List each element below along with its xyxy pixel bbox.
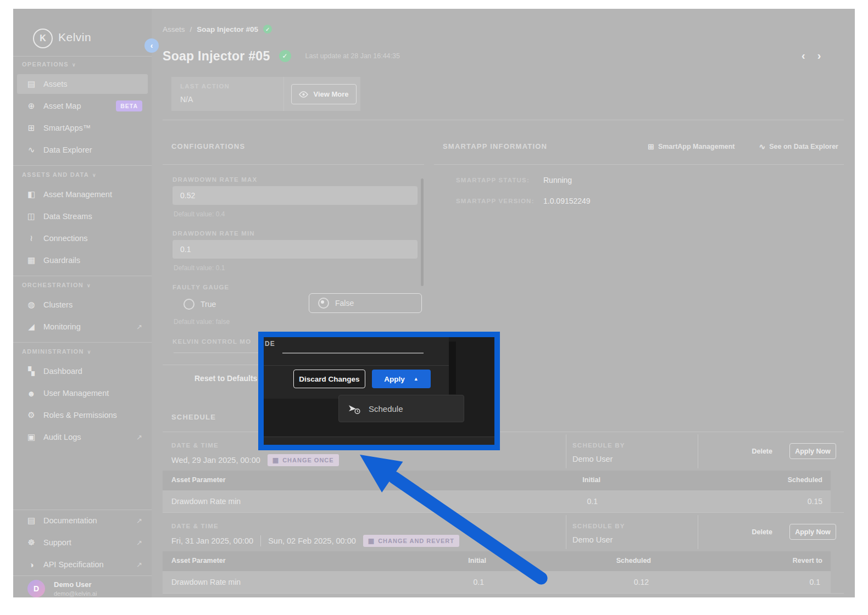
col-initial: Initial <box>468 557 486 564</box>
divider <box>283 77 284 111</box>
faulty-gauge-option-false[interactable]: False <box>309 293 422 313</box>
clusters-icon: ◍ <box>26 300 36 310</box>
schedule-entry-2: DATE & TIME Fri, 31 Jan 2025, 00:00 Sun,… <box>163 513 844 551</box>
kelvin-control-mode-label: KELVIN CONTROL MO <box>173 338 251 345</box>
date-time-label: DATE & TIME <box>171 442 219 449</box>
sidebar-item-clusters[interactable]: ◍ Clusters <box>17 295 148 315</box>
sidebar-item-user-management[interactable]: ☻ User Management <box>17 383 148 403</box>
page-title: Soap Injector #05 <box>163 49 270 64</box>
sidebar-item-roles-permissions[interactable]: ⚙ Roles & Permissions <box>17 405 148 425</box>
panel-fragment <box>264 337 449 399</box>
discard-changes-button[interactable]: Discard Changes <box>293 370 365 388</box>
document-icon: ▤ <box>26 516 36 525</box>
external-link-icon: ↗ <box>136 561 142 569</box>
smartapp-management-link[interactable]: ⊞SmartApp Management <box>648 142 735 151</box>
monitoring-icon: ◢ <box>26 322 36 332</box>
divider <box>698 434 698 468</box>
kelvin-logo-text: Kelvin <box>58 31 91 44</box>
radio-selected-icon <box>318 298 329 309</box>
view-more-button[interactable]: View More <box>291 84 357 104</box>
prev-asset-button[interactable]: ‹ <box>802 49 805 62</box>
sidebar-section-administration[interactable]: ADMINISTRATION∨ <box>22 348 92 355</box>
chevron-down-icon: ∨ <box>92 172 97 178</box>
asset-online-check-icon: ✓ <box>279 50 291 62</box>
schedule-by-value: Demo User <box>572 455 613 463</box>
kelvin-logo-letter: K <box>40 33 46 43</box>
apply-menu-item-schedule[interactable]: Schedule <box>338 395 464 422</box>
lifebuoy-icon: ☸ <box>26 538 36 547</box>
smartapp-status-label: SMARTAPP STATUS: <box>456 177 530 183</box>
col-scheduled: Scheduled <box>616 557 651 564</box>
kelvin-control-mode-underline <box>174 353 258 353</box>
user-name: Demo User <box>54 580 92 589</box>
sidebar-divider <box>13 276 152 276</box>
breadcrumb-current[interactable]: Soap Injector #05 <box>197 25 258 33</box>
chevron-left-icon: ‹ <box>151 41 153 50</box>
sidebar-item-support[interactable]: ☸ Support ↗ <box>17 533 148 552</box>
pulse-icon: ∿ <box>759 142 766 151</box>
cell-revert: 0.1 <box>810 578 820 586</box>
sidebar-item-data-streams[interactable]: ◫ Data Streams <box>17 206 148 226</box>
configurations-title: CONFIGURATIONS <box>171 142 245 150</box>
chevron-down-icon: ∨ <box>87 349 92 355</box>
divider <box>566 515 566 549</box>
faulty-gauge-option-true[interactable]: True <box>183 294 216 314</box>
user-profile[interactable]: D Demo User demo@kelvin.ai <box>13 580 152 597</box>
see-on-data-explorer-link[interactable]: ∿See on Data Explorer <box>759 142 838 151</box>
faulty-gauge-label: FAULTY GAUGE <box>173 284 229 290</box>
apply-now-button[interactable]: Apply Now <box>789 443 836 459</box>
sidebar-item-connections[interactable]: ≀ Connections <box>17 228 148 248</box>
scheduled-date-start: Fri, 31 Jan 2025, 00:00 <box>171 536 253 545</box>
sidebar-item-dashboard[interactable]: ▚ Dashboard <box>17 361 148 381</box>
smartapp-version-label: SMARTAPP VERSION: <box>456 198 535 204</box>
drawdown-rate-max-input[interactable]: 0.52 <box>173 186 418 205</box>
calendar-icon: ▦ <box>272 456 279 464</box>
kelvin-control-mode-label-fragment: DE <box>265 340 275 348</box>
breadcrumb-assets[interactable]: Assets <box>163 25 185 33</box>
delete-button[interactable]: Delete <box>752 528 772 536</box>
beta-badge: BETA <box>116 100 142 111</box>
divider <box>163 120 844 120</box>
api-icon: ◑ <box>26 560 36 569</box>
delete-button[interactable]: Delete <box>752 448 772 455</box>
sidebar-item-smartapps[interactable]: ⊞ SmartApps™ <box>17 118 148 138</box>
sidebar-item-asset-map[interactable]: ⊕ Asset Map BETA <box>17 96 148 116</box>
next-asset-button[interactable]: › <box>817 49 821 62</box>
col-initial: Initial <box>582 476 600 484</box>
globe-icon: ⊕ <box>26 101 36 111</box>
kelvin-control-mode-underline <box>282 353 424 354</box>
sidebar-divider <box>13 165 152 166</box>
sidebar-section-assets-and-data[interactable]: ASSETS AND DATA∨ <box>22 171 97 178</box>
tutorial-spotlight: DE Discard Changes Apply ▲ Schedule <box>258 332 500 450</box>
audit-logs-icon: ▣ <box>26 432 36 442</box>
sidebar-item-api-specification[interactable]: ◑ API Specification ↗ <box>17 555 148 574</box>
sidebar-section-orchestration[interactable]: ORCHESTRATION∨ <box>22 282 91 288</box>
sidebar-item-audit-logs[interactable]: ▣ Audit Logs ↗ <box>17 427 148 447</box>
sidebar-item-asset-management[interactable]: ◧ Asset Management <box>17 185 148 204</box>
sidebar-section-operations[interactable]: OPERATIONS∨ <box>22 61 76 68</box>
panel-scrollbar[interactable] <box>421 178 424 286</box>
drawdown-rate-max-label: DRAWDOWN RATE MAX <box>173 176 257 183</box>
sidebar-item-assets[interactable]: ▤ Assets <box>17 74 148 94</box>
sidebar-collapse-button[interactable]: ‹ <box>144 38 159 53</box>
sidebar-item-documentation[interactable]: ▤ Documentation ↗ <box>17 511 148 530</box>
radio-unselected-icon <box>183 299 194 310</box>
schedule-icon <box>348 404 361 414</box>
change-once-badge: ▦CHANGE ONCE <box>268 454 339 466</box>
sidebar-item-data-explorer[interactable]: ∿ Data Explorer <box>17 140 148 160</box>
apply-now-button[interactable]: Apply Now <box>789 524 836 540</box>
drawdown-rate-min-label: DRAWDOWN RATE MIN <box>173 230 255 237</box>
page-header: Soap Injector #05 ✓ Last update at 28 Ja… <box>163 47 844 65</box>
smartapp-title: SMARTAPP INFORMATION <box>443 142 547 150</box>
cell-parameter: Drawdown Rate min <box>171 578 241 586</box>
scheduled-date: Wed, 29 Jan 2025, 00:00 <box>171 456 260 465</box>
apply-button[interactable]: Apply ▲ <box>372 370 431 388</box>
external-link-icon: ↗ <box>136 539 142 547</box>
reset-to-defaults-button[interactable]: Reset to Defaults <box>194 374 257 383</box>
sidebar-item-guardrails[interactable]: ▦ Guardrails <box>17 250 148 270</box>
panel-fragment <box>264 437 494 445</box>
sidebar-item-monitoring[interactable]: ◢ Monitoring ↗ <box>17 317 148 337</box>
user-email: demo@kelvin.ai <box>54 590 97 597</box>
col-asset-parameter: Asset Parameter <box>171 476 226 484</box>
drawdown-rate-min-input[interactable]: 0.1 <box>173 240 418 259</box>
